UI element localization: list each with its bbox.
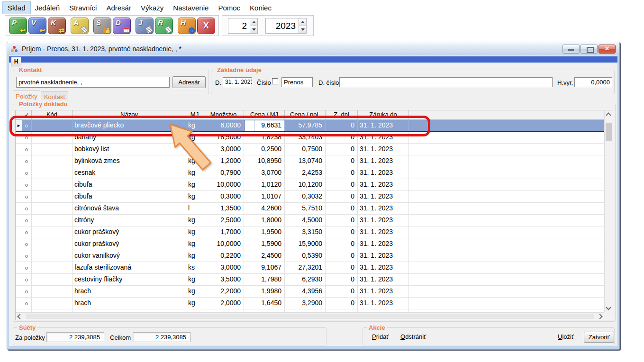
table-body: ►bravčové plieckokg6,00009,663157,978503… [16, 120, 604, 312]
v-scrollbar[interactable] [604, 110, 613, 312]
h-scrollbar-thumb[interactable] [26, 314, 594, 319]
cell-kod [32, 298, 73, 309]
table-row[interactable]: banánykg18,50001,823833,7403031. 1. 2023 [16, 132, 604, 144]
calendar-glyph-icon [123, 27, 129, 33]
v-scrollbar-thumb[interactable] [606, 123, 612, 141]
header-cell-3[interactable]: MJ [186, 110, 203, 119]
menu-item-stravníci[interactable]: Stravníci [64, 2, 101, 14]
toolbar-dochadzka-icon[interactable]: D [113, 18, 131, 34]
close-button[interactable] [599, 45, 616, 54]
cell-kod [32, 262, 73, 273]
row-selector-cell [16, 179, 22, 190]
minimize-button[interactable] [562, 45, 580, 54]
table-row[interactable]: cukor práškovýkg10,00001,590015,9000031.… [16, 238, 604, 250]
cell-zaruka-do: 31. 1. 2023 [358, 191, 409, 202]
cell-check [22, 179, 32, 190]
ulozit-button[interactable]: Uložiť [558, 333, 574, 340]
cell-z-dni: 0 [326, 238, 358, 250]
kontakt-input[interactable] [16, 77, 170, 88]
header-cell-8[interactable]: Záruka do [358, 110, 409, 119]
h-scrollbar[interactable] [16, 312, 604, 320]
toolbar-stravnici-icon[interactable]: S [93, 18, 111, 34]
cell-mnozstvo: 3,0000 [203, 262, 244, 273]
table-row[interactable]: fazuľa sterilizovanáks3,00009,106727,320… [16, 262, 604, 274]
header-cell-2[interactable]: Názov [73, 110, 186, 119]
polozky-dokladu-group: Položky dokladu ✓KódNázovMJMnožstvoCena … [13, 104, 616, 322]
table-row[interactable]: cibuľakg10,00001,012010,1200031. 1. 2023 [16, 179, 604, 191]
table-row[interactable]: hrachkg2,00001,64503,2900031. 1. 2023 [16, 298, 604, 309]
menu-item-adresár[interactable]: Adresár [101, 2, 136, 14]
toolbar-vydaj-icon[interactable]: V↩ [28, 18, 46, 34]
menu-item-koniec[interactable]: Koniec [245, 2, 276, 14]
menu-item-nastavenie[interactable]: Nastavenie [168, 2, 213, 14]
cena-mj-edit-field[interactable]: 9,6631 [244, 120, 285, 131]
cell-filler [409, 191, 604, 202]
toolbar-koniec-icon[interactable]: X [197, 18, 215, 34]
cell-mj: ks [186, 262, 203, 273]
year-up-button[interactable] [299, 18, 306, 26]
cell-filler [409, 179, 604, 190]
header-cell-6[interactable]: Cena / pol. [285, 110, 326, 119]
record-dot-icon [25, 125, 28, 127]
toolbar-prijem-icon[interactable]: P↩ [9, 18, 27, 34]
toolbar-pomoc-icon[interactable]: H↔ [178, 18, 196, 34]
month-up-button[interactable] [250, 18, 257, 26]
cell-mnozstvo: 6,0000 [203, 120, 244, 131]
table-row[interactable]: hrachkg2,20001,99804,3956031. 1. 2023 [16, 286, 604, 298]
cell-cena-pol: 10,1200 [285, 179, 326, 190]
window-titlebar[interactable]: Príjem - Prenos, 31. 1. 2023, prvotné na… [7, 42, 619, 55]
row-selector-cell [16, 274, 22, 285]
maximize-button[interactable] [581, 45, 598, 54]
pridat-button[interactable]: Pridať [372, 333, 389, 340]
d-cislo-field[interactable] [339, 77, 553, 87]
toolbar-adresar-icon[interactable]: A [71, 18, 89, 34]
scroll-down-icon[interactable] [606, 305, 611, 310]
cislo-checkbox[interactable] [272, 78, 278, 84]
table-row[interactable]: cibuľakg0,30001,01070,3032031. 1. 2023 [16, 191, 604, 203]
header-cell-7[interactable]: Z. dni [326, 110, 358, 119]
table-row[interactable]: citrónová štaval1,35004,26005,7510031. 1… [16, 203, 604, 215]
header-cell-0[interactable]: ✓ [22, 110, 32, 119]
adresar-button[interactable]: Adresár [172, 76, 206, 88]
h-vyr-field[interactable]: 0,0000 [574, 77, 612, 87]
month-down-button[interactable] [250, 26, 257, 33]
menu-item-jedáleň[interactable]: Jedáleň [30, 2, 65, 14]
header-cell-4[interactable]: Množstvo [203, 110, 244, 119]
scroll-left-icon[interactable] [17, 314, 22, 319]
odstranit-button[interactable]: Odstrániť [400, 333, 426, 340]
menu-item-výkazy[interactable]: Výkazy [136, 2, 168, 14]
table-row[interactable]: citrónykg2,50001,80004,5000031. 1. 2023 [16, 215, 604, 226]
h-button[interactable]: H [11, 57, 21, 66]
table-row[interactable]: cestoviny fliačkykg3,50001,79806,2930031… [16, 274, 604, 286]
toolbar: P↩V↩K⇄ASDJRH↔X [5, 15, 219, 36]
cell-check [22, 286, 32, 297]
tab-polozky[interactable]: Položky [13, 90, 40, 102]
doklad-typ-field[interactable]: Prenos [281, 77, 313, 87]
header-cell-1[interactable]: Kód [32, 110, 73, 119]
header-cell-5[interactable]: Cena / MJ [244, 110, 285, 119]
table-row[interactable]: ►bravčové plieckokg6,00009,663157,978503… [16, 120, 604, 132]
table-row[interactable]: bobkový listks3,00000,25000,7500031. 1. … [16, 144, 604, 155]
month-value[interactable]: 2 [228, 18, 250, 34]
year-down-button[interactable] [299, 26, 306, 33]
zatvorit-button[interactable]: Zatvoriť [584, 332, 614, 343]
menu-item-sklad[interactable]: Sklad [3, 2, 30, 14]
row-selector-cell [16, 226, 22, 238]
header-cell-filler [409, 110, 604, 119]
table-row[interactable]: cukor vanilkovýkg0,22002,45000,5390031. … [16, 250, 604, 262]
scroll-right-icon[interactable] [597, 314, 602, 319]
cell-mnozstvo: 0,2200 [203, 250, 244, 262]
year-value[interactable]: 2023 [265, 18, 299, 34]
cell-cena-mj: 2,4500 [244, 250, 285, 262]
cell-cena-pol: 27,3201 [285, 262, 326, 273]
cell-cena-pol: 33,7403 [285, 132, 326, 143]
toolbar-recepty-icon[interactable]: R [155, 18, 173, 34]
table-row[interactable]: bylinková zmeskg1,200010,895013,0740031.… [16, 155, 604, 167]
toolbar-prevodka-icon[interactable]: K⇄ [48, 18, 66, 34]
table-row[interactable]: cukor práškovýkg1,70001,95003,3150031. 1… [16, 226, 604, 238]
menu-item-pomoc[interactable]: Pomoc [213, 2, 245, 14]
d-date-field[interactable]: 31. 1. 2023 [223, 77, 252, 87]
scroll-up-icon[interactable] [606, 112, 611, 118]
toolbar-jedalen-icon[interactable]: J [136, 18, 154, 34]
table-row[interactable]: cesnakkg0,79003,07002,4253031. 1. 2023 [16, 167, 604, 179]
